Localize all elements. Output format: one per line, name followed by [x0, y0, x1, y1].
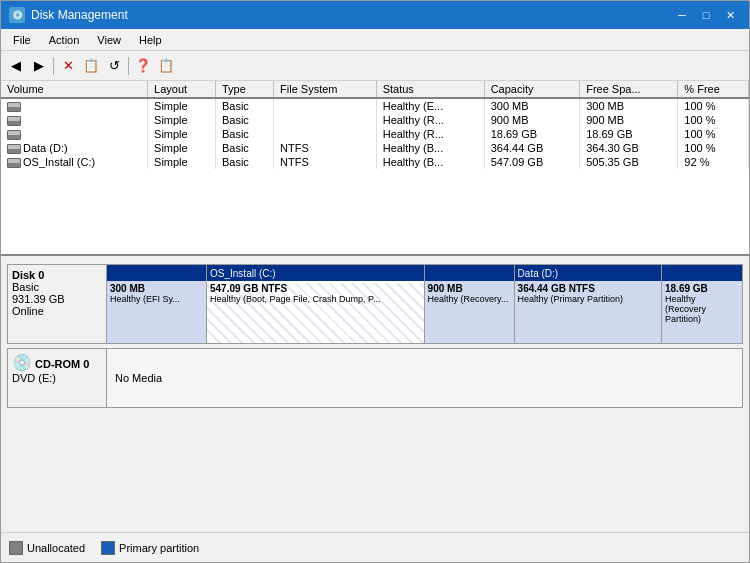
disk0-partition-data[interactable]: Data (D:) 364.44 GB NTFS Healthy (Primar…	[515, 265, 662, 343]
disk0-partitions: 300 MB Healthy (EFI Sy... OS_Install (C:…	[107, 264, 743, 344]
toolbar: ◀ ▶ ✕ 📋 ↺ ❓ 📋	[1, 51, 749, 81]
table-cell	[274, 98, 377, 113]
disk-view-section: Disk 0 Basic 931.39 GB Online 300 MB Hea…	[1, 256, 749, 532]
disk0-partition-efi-size: 300 MB	[110, 283, 203, 294]
toolbar-sep1	[53, 57, 54, 75]
table-cell: Healthy (B...	[376, 155, 484, 169]
col-filesystem: File System	[274, 81, 377, 98]
menu-help[interactable]: Help	[131, 32, 170, 48]
table-cell: 18.69 GB	[580, 127, 678, 141]
col-capacity: Capacity	[484, 81, 580, 98]
table-cell: Simple	[148, 141, 216, 155]
disk0-partition-rec2-status: Healthy (Recovery Partition)	[665, 294, 739, 324]
minimize-button[interactable]: ─	[671, 5, 693, 25]
col-free: Free Spa...	[580, 81, 678, 98]
col-status: Status	[376, 81, 484, 98]
table-row[interactable]: SimpleBasicHealthy (E...300 MB300 MB100 …	[1, 98, 749, 113]
disk0-name: Disk 0	[12, 269, 102, 281]
legend-primary: Primary partition	[101, 541, 199, 555]
col-type: Type	[215, 81, 273, 98]
disk0-partition-rec2-header	[662, 265, 742, 281]
disk0-partition-data-size: 364.44 GB NTFS	[518, 283, 658, 294]
table-cell: Basic	[215, 113, 273, 127]
table-cell: 18.69 GB	[484, 127, 580, 141]
title-controls: ─ □ ✕	[671, 5, 741, 25]
volume-table: Volume Layout Type File System Status Ca…	[1, 81, 749, 169]
table-cell: 100 %	[678, 98, 749, 113]
cdrom0-status: No Media	[115, 372, 162, 384]
menu-action[interactable]: Action	[41, 32, 88, 48]
table-cell: 364.44 GB	[484, 141, 580, 155]
table-cell: 900 MB	[484, 113, 580, 127]
table-cell: 300 MB	[484, 98, 580, 113]
table-cell: Data (D:)	[1, 141, 148, 155]
legend-unallocated-label: Unallocated	[27, 542, 85, 554]
disk0-row: Disk 0 Basic 931.39 GB Online 300 MB Hea…	[7, 264, 743, 344]
menu-view[interactable]: View	[89, 32, 129, 48]
maximize-button[interactable]: □	[695, 5, 717, 25]
table-header-row: Volume Layout Type File System Status Ca…	[1, 81, 749, 98]
table-cell: Healthy (R...	[376, 127, 484, 141]
cdrom0-name-text: CD-ROM 0	[35, 358, 89, 370]
toolbar-forward[interactable]: ▶	[28, 55, 50, 77]
disk0-partition-rec1-size: 900 MB	[428, 283, 511, 294]
table-cell: Basic	[215, 155, 273, 169]
disk0-partition-efi[interactable]: 300 MB Healthy (EFI Sy...	[107, 265, 207, 343]
cdrom0-type: DVD (E:)	[12, 372, 102, 384]
table-cell: Basic	[215, 98, 273, 113]
disk0-partition-rec2[interactable]: 18.69 GB Healthy (Recovery Partition)	[662, 265, 742, 343]
toolbar-properties[interactable]: 📋	[80, 55, 102, 77]
table-cell	[274, 113, 377, 127]
disk0-label: Disk 0 Basic 931.39 GB Online	[7, 264, 107, 344]
main-content: Volume Layout Type File System Status Ca…	[1, 81, 749, 532]
table-cell	[1, 127, 148, 141]
table-row[interactable]: Data (D:)SimpleBasicNTFSHealthy (B...364…	[1, 141, 749, 155]
toolbar-sep2	[128, 57, 129, 75]
title-bar: 💿 Disk Management ─ □ ✕	[1, 1, 749, 29]
toolbar-more[interactable]: 📋	[155, 55, 177, 77]
cdrom0-partitions: No Media	[107, 348, 743, 408]
table-cell	[1, 113, 148, 127]
table-cell: Basic	[215, 141, 273, 155]
table-cell: 900 MB	[580, 113, 678, 127]
toolbar-refresh[interactable]: ↺	[103, 55, 125, 77]
table-cell	[274, 127, 377, 141]
table-cell: Healthy (E...	[376, 98, 484, 113]
toolbar-back[interactable]: ◀	[5, 55, 27, 77]
disk0-partition-data-header: Data (D:)	[515, 265, 661, 281]
table-cell: Simple	[148, 113, 216, 127]
toolbar-delete[interactable]: ✕	[57, 55, 79, 77]
app-icon: 💿	[9, 7, 25, 23]
disk0-partition-os-bg	[207, 283, 424, 343]
table-cell: 100 %	[678, 127, 749, 141]
legend-primary-box	[101, 541, 115, 555]
table-row[interactable]: SimpleBasicHealthy (R...900 MB900 MB100 …	[1, 113, 749, 127]
col-volume: Volume	[1, 81, 148, 98]
disk0-partition-os[interactable]: OS_Install (C:) 547.09 GB NTFS Healthy (…	[207, 265, 425, 343]
table-cell: Simple	[148, 155, 216, 169]
disk0-partition-rec2-size: 18.69 GB	[665, 283, 739, 294]
close-button[interactable]: ✕	[719, 5, 741, 25]
cdrom0-name: 💿 CD-ROM 0	[12, 353, 102, 372]
legend-unallocated: Unallocated	[9, 541, 85, 555]
table-cell: Healthy (B...	[376, 141, 484, 155]
table-cell: Basic	[215, 127, 273, 141]
disk0-size: 931.39 GB	[12, 293, 102, 305]
volume-table-section: Volume Layout Type File System Status Ca…	[1, 81, 749, 256]
table-cell: 300 MB	[580, 98, 678, 113]
disk0-partition-rec1[interactable]: 900 MB Healthy (Recovery...	[425, 265, 515, 343]
disk0-status: Online	[12, 305, 102, 317]
toolbar-help[interactable]: ❓	[132, 55, 154, 77]
table-row[interactable]: OS_Install (C:)SimpleBasicNTFSHealthy (B…	[1, 155, 749, 169]
col-pct: % Free	[678, 81, 749, 98]
table-cell: Simple	[148, 98, 216, 113]
table-cell: 364.30 GB	[580, 141, 678, 155]
table-cell: NTFS	[274, 141, 377, 155]
disk0-partition-data-status: Healthy (Primary Partition)	[518, 294, 658, 304]
window-title: Disk Management	[31, 8, 128, 22]
disk0-partition-rec1-status: Healthy (Recovery...	[428, 294, 511, 304]
legend-primary-label: Primary partition	[119, 542, 199, 554]
menu-file[interactable]: File	[5, 32, 39, 48]
table-row[interactable]: SimpleBasicHealthy (R...18.69 GB18.69 GB…	[1, 127, 749, 141]
disk0-partition-os-header: OS_Install (C:)	[207, 265, 424, 281]
